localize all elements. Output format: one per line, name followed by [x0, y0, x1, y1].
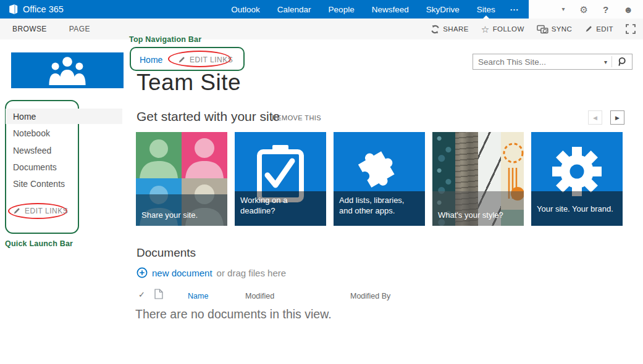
pencil-icon: [12, 207, 21, 215]
new-document-row: new document or drag files here: [137, 267, 286, 278]
annotation-quick-launch-label: Quick Launch Bar: [5, 239, 73, 248]
suite-nav-calendar[interactable]: Calendar: [269, 0, 320, 19]
search-button[interactable]: [612, 57, 632, 67]
suite-nav: Outlook Calendar People Newsfeed SkyDriv…: [222, 0, 529, 19]
tile-share-your-site[interactable]: Share your site.: [136, 132, 227, 226]
tab-page[interactable]: PAGE: [69, 25, 90, 33]
smiley-icon[interactable]: ☻: [623, 5, 633, 14]
ribbon-tabs: BROWSE PAGE: [12, 19, 90, 39]
column-header-modified-by[interactable]: Modified By: [350, 292, 390, 300]
sidebar-item-home[interactable]: Home: [13, 112, 36, 122]
tile-whats-your-style[interactable]: What's your style?: [432, 132, 524, 226]
follow-button[interactable]: ☆ FOLLOW: [481, 25, 524, 34]
edit-label: EDIT: [596, 25, 613, 33]
empty-view-message: There are no documents in this view.: [135, 307, 332, 321]
get-started-heading: Get started with your site: [137, 109, 280, 124]
share-button[interactable]: SHARE: [431, 25, 469, 34]
remove-this-link[interactable]: REMOVE THIS: [272, 114, 321, 122]
suite-nav-more-button[interactable]: ...: [504, 0, 529, 19]
ribbon-bar: BROWSE PAGE SHARE ☆ FOLLOW: [0, 19, 643, 39]
tile-label: What's your style?: [432, 191, 524, 226]
sync-icon: [537, 25, 548, 34]
sharepoint-team-site-page: Office 365 Outlook Calendar People Newsf…: [0, 0, 643, 364]
plus-circle-icon[interactable]: [137, 267, 148, 278]
focus-mode-button[interactable]: [626, 24, 636, 34]
suite-nav-skydrive[interactable]: SkyDrive: [418, 0, 468, 19]
document-type-icon[interactable]: [154, 289, 163, 299]
office365-logo-icon: [8, 4, 19, 15]
drag-files-hint: or drag files here: [217, 268, 287, 278]
tile-your-site-your-brand[interactable]: Your site. Your brand.: [531, 132, 623, 226]
tile-label: Share your site.: [136, 194, 227, 226]
tile-working-on-a-deadline[interactable]: Working on a deadline?: [235, 132, 326, 226]
search-scope-caret-icon[interactable]: ▾: [600, 59, 611, 65]
help-icon[interactable]: ?: [603, 5, 608, 14]
suite-nav-sites[interactable]: Sites: [468, 0, 504, 19]
column-header-name[interactable]: Name: [188, 292, 208, 300]
team-people-icon: [40, 56, 95, 85]
tile-label: Your site. Your brand.: [531, 191, 623, 226]
search-input[interactable]: [473, 55, 600, 68]
tile-label: Add lists, libraries, and other apps.: [334, 191, 425, 226]
fullscreen-icon: [626, 24, 636, 34]
documents-heading: Documents: [137, 246, 196, 260]
ribbon-actions: SHARE ☆ FOLLOW SYNC EDIT: [431, 19, 636, 39]
annotation-top-nav-label: Top Navigation Bar: [129, 35, 201, 44]
sync-label: SYNC: [552, 25, 573, 33]
sidebar-item-site-contents[interactable]: Site Contents: [13, 179, 65, 189]
top-nav-edit-links[interactable]: EDIT LINKS: [177, 56, 233, 64]
getting-started-tiles: Share your site. Working on a deadline?: [136, 132, 623, 226]
follow-label: FOLLOW: [493, 25, 524, 33]
edit-button[interactable]: EDIT: [584, 25, 613, 33]
sidebar-item-newsfeed[interactable]: Newsfeed: [13, 146, 51, 155]
pencil-icon: [177, 56, 186, 64]
suite-bar-blue-section: Office 365 Outlook Calendar People Newsf…: [0, 0, 529, 19]
sidebar-item-documents[interactable]: Documents: [13, 162, 57, 172]
office365-brand-label: Office 365: [23, 4, 64, 14]
quick-launch-edit-links[interactable]: EDIT LINKS: [12, 207, 68, 215]
top-nav-home-link[interactable]: Home: [140, 55, 162, 65]
suite-nav-people[interactable]: People: [320, 0, 363, 19]
page-title: Team Site: [137, 70, 241, 96]
new-document-link[interactable]: new document: [152, 268, 212, 278]
tile-label: Working on a deadline?: [235, 191, 326, 226]
star-icon: ☆: [481, 25, 490, 34]
select-all-checkmark[interactable]: ✓: [138, 290, 145, 299]
office365-brand[interactable]: Office 365: [8, 4, 64, 15]
caret-down-icon[interactable]: ▾: [562, 6, 565, 12]
suite-nav-outlook[interactable]: Outlook: [222, 0, 269, 19]
sidebar-item-notebook[interactable]: Notebook: [13, 128, 50, 138]
tab-browse[interactable]: BROWSE: [12, 25, 47, 33]
sync-button[interactable]: SYNC: [537, 25, 573, 34]
tile-add-lists-libraries-apps[interactable]: Add lists, libraries, and other apps.: [334, 132, 425, 226]
site-logo-tile[interactable]: [11, 52, 124, 88]
share-label: SHARE: [443, 25, 469, 33]
suite-bar: Office 365 Outlook Calendar People Newsf…: [0, 0, 643, 19]
quick-launch-edit-links-label: EDIT LINKS: [25, 207, 68, 215]
share-icon: [431, 25, 440, 34]
search-icon: [617, 57, 627, 67]
tiles-prev-button[interactable]: ◀: [588, 110, 602, 125]
search-box: ▾: [473, 54, 632, 70]
gear-icon[interactable]: ⚙: [580, 5, 588, 14]
top-nav-edit-links-label: EDIT LINKS: [190, 56, 233, 64]
suite-bar-icon-section: ▾ ⚙ ? ☻: [529, 0, 643, 19]
suite-nav-newsfeed[interactable]: Newsfeed: [363, 0, 418, 19]
tiles-next-button[interactable]: ▶: [610, 110, 624, 125]
column-header-modified[interactable]: Modified: [245, 292, 274, 300]
pencil-icon: [584, 25, 593, 33]
